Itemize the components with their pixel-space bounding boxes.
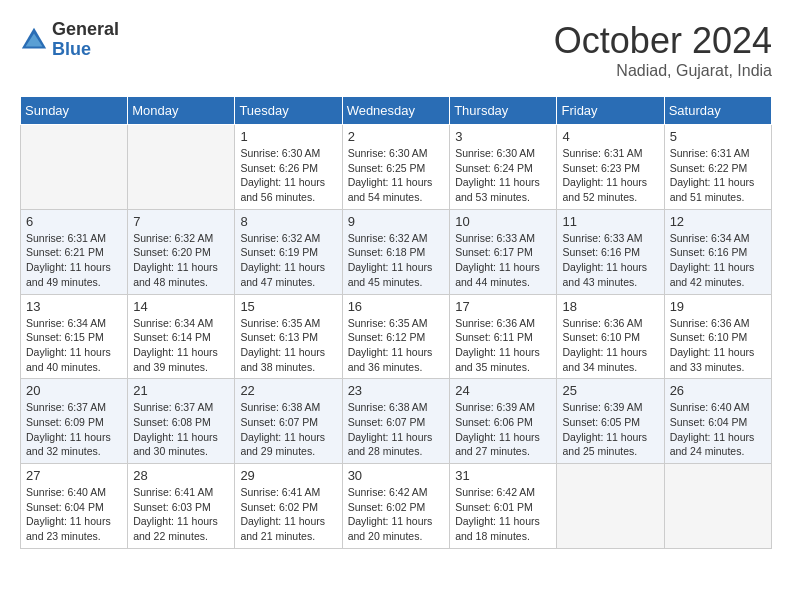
calendar-cell: 5Sunrise: 6:31 AMSunset: 6:22 PMDaylight…	[664, 125, 771, 210]
cell-info: Sunrise: 6:39 AMSunset: 6:06 PMDaylight:…	[455, 400, 551, 459]
cell-info: Sunrise: 6:30 AMSunset: 6:26 PMDaylight:…	[240, 146, 336, 205]
calendar-cell: 3Sunrise: 6:30 AMSunset: 6:24 PMDaylight…	[450, 125, 557, 210]
calendar-cell: 29Sunrise: 6:41 AMSunset: 6:02 PMDayligh…	[235, 464, 342, 549]
day-number: 25	[562, 383, 658, 398]
calendar-cell: 27Sunrise: 6:40 AMSunset: 6:04 PMDayligh…	[21, 464, 128, 549]
calendar-cell: 8Sunrise: 6:32 AMSunset: 6:19 PMDaylight…	[235, 209, 342, 294]
calendar-cell	[664, 464, 771, 549]
day-number: 29	[240, 468, 336, 483]
cell-info: Sunrise: 6:33 AMSunset: 6:17 PMDaylight:…	[455, 231, 551, 290]
calendar-cell: 9Sunrise: 6:32 AMSunset: 6:18 PMDaylight…	[342, 209, 450, 294]
calendar-cell: 15Sunrise: 6:35 AMSunset: 6:13 PMDayligh…	[235, 294, 342, 379]
calendar-week-row: 13Sunrise: 6:34 AMSunset: 6:15 PMDayligh…	[21, 294, 772, 379]
calendar-cell: 4Sunrise: 6:31 AMSunset: 6:23 PMDaylight…	[557, 125, 664, 210]
month-title: October 2024	[554, 20, 772, 62]
calendar-cell	[128, 125, 235, 210]
cell-info: Sunrise: 6:36 AMSunset: 6:10 PMDaylight:…	[670, 316, 766, 375]
cell-info: Sunrise: 6:37 AMSunset: 6:09 PMDaylight:…	[26, 400, 122, 459]
calendar-week-row: 27Sunrise: 6:40 AMSunset: 6:04 PMDayligh…	[21, 464, 772, 549]
logo: General Blue	[20, 20, 119, 60]
cell-info: Sunrise: 6:36 AMSunset: 6:11 PMDaylight:…	[455, 316, 551, 375]
title-block: October 2024 Nadiad, Gujarat, India	[554, 20, 772, 80]
calendar-cell: 1Sunrise: 6:30 AMSunset: 6:26 PMDaylight…	[235, 125, 342, 210]
day-number: 18	[562, 299, 658, 314]
calendar-cell: 19Sunrise: 6:36 AMSunset: 6:10 PMDayligh…	[664, 294, 771, 379]
day-number: 12	[670, 214, 766, 229]
weekday-header: Friday	[557, 97, 664, 125]
calendar-cell: 17Sunrise: 6:36 AMSunset: 6:11 PMDayligh…	[450, 294, 557, 379]
cell-info: Sunrise: 6:36 AMSunset: 6:10 PMDaylight:…	[562, 316, 658, 375]
logo-icon	[20, 26, 48, 54]
day-number: 26	[670, 383, 766, 398]
day-number: 5	[670, 129, 766, 144]
logo-text: General Blue	[52, 20, 119, 60]
cell-info: Sunrise: 6:30 AMSunset: 6:24 PMDaylight:…	[455, 146, 551, 205]
day-number: 3	[455, 129, 551, 144]
weekday-header: Sunday	[21, 97, 128, 125]
cell-info: Sunrise: 6:39 AMSunset: 6:05 PMDaylight:…	[562, 400, 658, 459]
weekday-header-row: SundayMondayTuesdayWednesdayThursdayFrid…	[21, 97, 772, 125]
cell-info: Sunrise: 6:42 AMSunset: 6:02 PMDaylight:…	[348, 485, 445, 544]
weekday-header: Saturday	[664, 97, 771, 125]
day-number: 23	[348, 383, 445, 398]
cell-info: Sunrise: 6:31 AMSunset: 6:21 PMDaylight:…	[26, 231, 122, 290]
day-number: 28	[133, 468, 229, 483]
weekday-header: Wednesday	[342, 97, 450, 125]
calendar-cell: 26Sunrise: 6:40 AMSunset: 6:04 PMDayligh…	[664, 379, 771, 464]
calendar-cell: 28Sunrise: 6:41 AMSunset: 6:03 PMDayligh…	[128, 464, 235, 549]
cell-info: Sunrise: 6:41 AMSunset: 6:02 PMDaylight:…	[240, 485, 336, 544]
day-number: 10	[455, 214, 551, 229]
day-number: 9	[348, 214, 445, 229]
cell-info: Sunrise: 6:37 AMSunset: 6:08 PMDaylight:…	[133, 400, 229, 459]
weekday-header: Thursday	[450, 97, 557, 125]
weekday-header: Tuesday	[235, 97, 342, 125]
day-number: 14	[133, 299, 229, 314]
cell-info: Sunrise: 6:34 AMSunset: 6:16 PMDaylight:…	[670, 231, 766, 290]
day-number: 7	[133, 214, 229, 229]
calendar-cell	[557, 464, 664, 549]
day-number: 1	[240, 129, 336, 144]
calendar-cell: 16Sunrise: 6:35 AMSunset: 6:12 PMDayligh…	[342, 294, 450, 379]
day-number: 8	[240, 214, 336, 229]
day-number: 19	[670, 299, 766, 314]
cell-info: Sunrise: 6:31 AMSunset: 6:23 PMDaylight:…	[562, 146, 658, 205]
calendar-cell: 30Sunrise: 6:42 AMSunset: 6:02 PMDayligh…	[342, 464, 450, 549]
location: Nadiad, Gujarat, India	[554, 62, 772, 80]
cell-info: Sunrise: 6:35 AMSunset: 6:12 PMDaylight:…	[348, 316, 445, 375]
day-number: 11	[562, 214, 658, 229]
day-number: 15	[240, 299, 336, 314]
day-number: 22	[240, 383, 336, 398]
cell-info: Sunrise: 6:34 AMSunset: 6:15 PMDaylight:…	[26, 316, 122, 375]
cell-info: Sunrise: 6:41 AMSunset: 6:03 PMDaylight:…	[133, 485, 229, 544]
calendar-cell: 7Sunrise: 6:32 AMSunset: 6:20 PMDaylight…	[128, 209, 235, 294]
calendar-cell: 25Sunrise: 6:39 AMSunset: 6:05 PMDayligh…	[557, 379, 664, 464]
calendar-week-row: 1Sunrise: 6:30 AMSunset: 6:26 PMDaylight…	[21, 125, 772, 210]
calendar-cell	[21, 125, 128, 210]
cell-info: Sunrise: 6:32 AMSunset: 6:18 PMDaylight:…	[348, 231, 445, 290]
page-header: General Blue October 2024 Nadiad, Gujara…	[20, 20, 772, 80]
cell-info: Sunrise: 6:34 AMSunset: 6:14 PMDaylight:…	[133, 316, 229, 375]
day-number: 16	[348, 299, 445, 314]
logo-blue-text: Blue	[52, 40, 119, 60]
logo-general-text: General	[52, 20, 119, 40]
day-number: 2	[348, 129, 445, 144]
cell-info: Sunrise: 6:32 AMSunset: 6:19 PMDaylight:…	[240, 231, 336, 290]
calendar-cell: 20Sunrise: 6:37 AMSunset: 6:09 PMDayligh…	[21, 379, 128, 464]
cell-info: Sunrise: 6:40 AMSunset: 6:04 PMDaylight:…	[670, 400, 766, 459]
cell-info: Sunrise: 6:35 AMSunset: 6:13 PMDaylight:…	[240, 316, 336, 375]
day-number: 13	[26, 299, 122, 314]
calendar-cell: 18Sunrise: 6:36 AMSunset: 6:10 PMDayligh…	[557, 294, 664, 379]
cell-info: Sunrise: 6:40 AMSunset: 6:04 PMDaylight:…	[26, 485, 122, 544]
calendar-cell: 13Sunrise: 6:34 AMSunset: 6:15 PMDayligh…	[21, 294, 128, 379]
cell-info: Sunrise: 6:38 AMSunset: 6:07 PMDaylight:…	[348, 400, 445, 459]
calendar-cell: 24Sunrise: 6:39 AMSunset: 6:06 PMDayligh…	[450, 379, 557, 464]
calendar-cell: 21Sunrise: 6:37 AMSunset: 6:08 PMDayligh…	[128, 379, 235, 464]
day-number: 4	[562, 129, 658, 144]
calendar-cell: 31Sunrise: 6:42 AMSunset: 6:01 PMDayligh…	[450, 464, 557, 549]
calendar-cell: 23Sunrise: 6:38 AMSunset: 6:07 PMDayligh…	[342, 379, 450, 464]
day-number: 6	[26, 214, 122, 229]
calendar-cell: 12Sunrise: 6:34 AMSunset: 6:16 PMDayligh…	[664, 209, 771, 294]
weekday-header: Monday	[128, 97, 235, 125]
cell-info: Sunrise: 6:32 AMSunset: 6:20 PMDaylight:…	[133, 231, 229, 290]
calendar-week-row: 20Sunrise: 6:37 AMSunset: 6:09 PMDayligh…	[21, 379, 772, 464]
